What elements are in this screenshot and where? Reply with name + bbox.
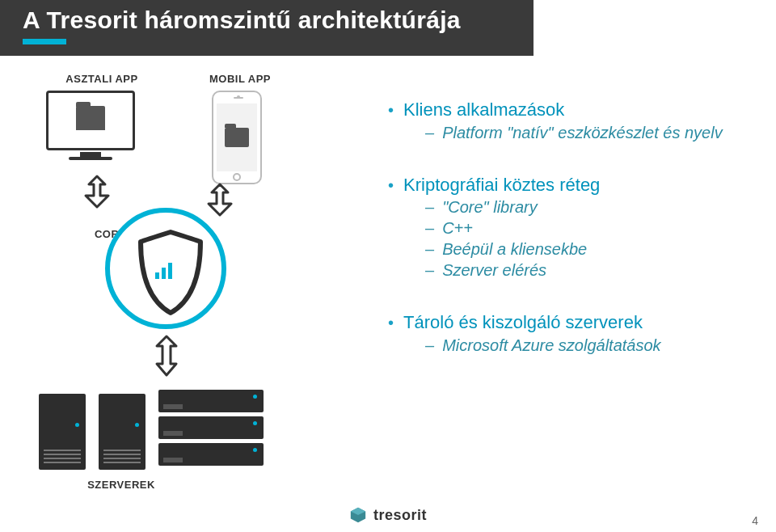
slide-stage: ASZTALI APP MOBIL APP CORE LIB [0, 50, 776, 532]
core-lib-icon [105, 208, 226, 329]
label-desktop-app: ASZTALI APP [53, 73, 150, 85]
server-tower [39, 394, 86, 470]
desktop-app-icon [42, 91, 139, 160]
server-tower [99, 394, 146, 470]
bullet-title: Tároló és kiszolgáló szerverek [403, 311, 643, 335]
bullet-sub: Platform "natív" eszközkészlet és nyelv [442, 122, 723, 143]
server-rack [158, 390, 264, 470]
bullet-sub: Szerver elérés [442, 260, 546, 281]
title-bar: A Tresorit háromszintű architektúrája [0, 0, 534, 56]
arrow-desktop-core [81, 171, 113, 210]
brand-name: tresorit [373, 507, 427, 524]
folder-icon [225, 128, 249, 147]
arrow-core-servers [150, 333, 183, 378]
monitor-icon [46, 91, 135, 150]
mobile-app-icon [200, 91, 273, 184]
slide-title: A Tresorit háromszintű architektúrája [23, 6, 511, 34]
servers-icon-group [39, 390, 264, 470]
brand-logo: tresorit [349, 506, 427, 524]
bullet-group-servers: •Tároló és kiszolgáló szerverek –Microso… [388, 311, 752, 356]
phone-icon [212, 91, 262, 184]
monitor-base [69, 157, 112, 160]
page-number: 4 [752, 514, 758, 527]
title-accent [23, 39, 66, 44]
arrow-mobile-core [204, 179, 236, 218]
bullet-sub: C++ [442, 217, 473, 239]
bullet-group-clients: •Kliens alkalmazások –Platform "natív" e… [388, 99, 752, 143]
bullet-group-core: •Kriptográfiai köztes réteg –"Core" libr… [388, 174, 752, 281]
bullet-list: •Kliens alkalmazások –Platform "natív" e… [388, 99, 752, 386]
bullet-title: Kriptográfiai köztes réteg [403, 174, 600, 197]
label-servers: SZERVEREK [81, 479, 162, 491]
bar-chart-icon [155, 263, 172, 279]
bullet-title: Kliens alkalmazások [403, 99, 564, 122]
logo-icon [349, 506, 367, 524]
bullet-sub: Beépül a kliensekbe [442, 239, 587, 260]
footer: tresorit [0, 506, 776, 524]
bullet-sub: Microsoft Azure szolgáltatások [442, 335, 660, 356]
bullet-sub: "Core" library [442, 196, 538, 217]
label-mobile-app: MOBIL APP [204, 73, 276, 85]
